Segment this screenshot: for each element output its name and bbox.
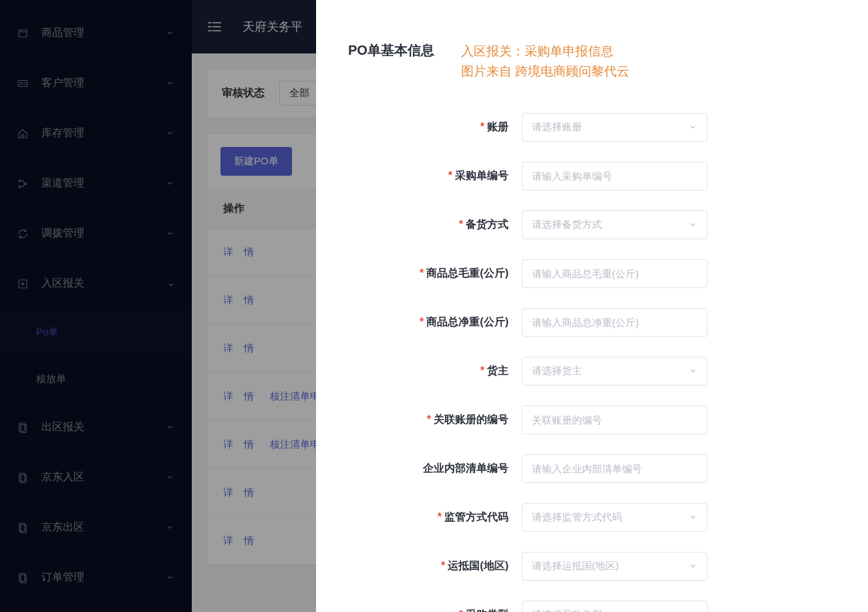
form-row-运抵国(地区): *运抵国(地区)请选择运抵国(地区)	[348, 552, 836, 581]
drawer-title: PO单基本信息	[348, 41, 434, 59]
chevron-down-icon	[688, 122, 698, 132]
chevron-down-icon	[165, 78, 176, 89]
chevron-down-icon	[688, 220, 698, 229]
detail-link[interactable]: 详 情	[223, 534, 258, 547]
nav-label: 京东入区	[41, 470, 165, 484]
nav-label: 渠道管理	[41, 176, 165, 190]
select-货主[interactable]: 请选择货主	[522, 357, 708, 386]
form-row-商品总毛重(公斤): *商品总毛重(公斤)	[348, 259, 836, 288]
form-row-备货方式: *备货方式请选择备货方式	[348, 210, 836, 239]
select-采购类型[interactable]: 请选择采购类型	[522, 601, 708, 612]
placeholder: 请选择备货方式	[532, 218, 602, 231]
detail-link[interactable]: 详 情	[223, 342, 258, 355]
nav-item-京东出区[interactable]: 京东出区	[0, 502, 192, 553]
required-mark: *	[441, 560, 445, 571]
input-商品总净重(公斤)[interactable]	[522, 308, 708, 337]
nav-sub-Po单[interactable]: Po单	[0, 309, 192, 355]
form-field: 请选择备货方式	[522, 210, 708, 239]
svg-point-15	[210, 22, 211, 23]
detail-link[interactable]: 详 情	[223, 294, 258, 307]
nav-label: 出区报关	[41, 420, 165, 434]
form-row-监管方式代码: *监管方式代码请选择监管方式代码	[348, 503, 836, 532]
menu-toggle-icon[interactable]	[206, 19, 223, 35]
detail-link[interactable]: 详 情	[223, 438, 258, 451]
placeholder: 请选择采购类型	[532, 609, 602, 612]
select-监管方式代码[interactable]: 请选择监管方式代码	[522, 503, 708, 532]
nav-item-库存管理[interactable]: 库存管理	[0, 108, 192, 158]
form-label: *采购类型	[348, 608, 522, 612]
extra-link[interactable]: 核注清单申	[270, 438, 320, 451]
required-mark: *	[438, 511, 442, 522]
filter-value: 全部	[289, 87, 309, 98]
form-row-关联账册的编号: *关联账册的编号	[348, 406, 836, 434]
extra-link[interactable]: 核注清单申	[270, 390, 320, 403]
chevron-down-icon	[165, 472, 176, 483]
form-label: *账册	[348, 120, 522, 134]
nav-label: 客户管理	[41, 76, 165, 90]
select-账册[interactable]: 请选择账册	[522, 113, 708, 142]
nav-item-调拨管理[interactable]: 调拨管理	[0, 208, 192, 259]
form-field	[522, 406, 708, 434]
topbar-title: 天府关务平	[243, 19, 303, 35]
chevron-down-icon	[165, 178, 176, 189]
nav-item-客户管理[interactable]: 客户管理	[0, 58, 192, 108]
form-field: 请选择账册	[522, 113, 708, 142]
required-mark: *	[448, 170, 452, 181]
required-mark: *	[459, 218, 463, 230]
nav-item-京东入区[interactable]: 京东入区	[0, 452, 192, 502]
required-mark: *	[420, 267, 424, 279]
form-label: *运抵国(地区)	[348, 559, 522, 573]
form-label: 企业内部清单编号	[348, 462, 522, 476]
chevron-down-icon	[165, 128, 176, 139]
chevron-up-icon	[165, 279, 176, 289]
detail-link[interactable]: 详 情	[223, 246, 258, 259]
form-label: *备货方式	[348, 218, 522, 232]
nav-item-渠道管理[interactable]: 渠道管理	[0, 158, 192, 208]
form: *账册请选择账册*采购单编号*备货方式请选择备货方式*商品总毛重(公斤)*商品总…	[348, 113, 836, 612]
detail-link[interactable]: 详 情	[223, 486, 258, 499]
svg-point-17	[212, 30, 214, 31]
nav-item-入区报关[interactable]: 入区报关	[0, 259, 192, 309]
new-po-button[interactable]: 新建PO单	[221, 147, 292, 176]
input-商品总毛重(公斤)[interactable]	[522, 259, 708, 288]
select-备货方式[interactable]: 请选择备货方式	[522, 210, 708, 239]
input-企业内部清单编号[interactable]	[522, 454, 708, 483]
nav-sub-核放单[interactable]: 核放单	[0, 355, 192, 402]
filter-label: 审核状态	[222, 86, 265, 100]
sidebar: 商品管理客户管理库存管理渠道管理调拨管理入区报关Po单核放单出区报关京东入区京东…	[0, 0, 192, 612]
drawer-subtitle: 入区报关：采购单申报信息 图片来自 跨境电商顾问黎代云	[461, 41, 629, 82]
drawer: PO单基本信息 入区报关：采购单申报信息 图片来自 跨境电商顾问黎代云 *账册请…	[316, 0, 868, 612]
form-field	[522, 162, 708, 190]
doc-icon	[16, 572, 29, 584]
detail-link[interactable]: 详 情	[223, 390, 258, 403]
form-row-采购类型: *采购类型请选择采购类型	[348, 601, 836, 612]
required-mark: *	[427, 414, 431, 425]
doc-icon	[16, 522, 29, 534]
nav-label: 订单管理	[41, 571, 165, 585]
import-icon	[16, 278, 29, 290]
chevron-down-icon	[165, 228, 176, 239]
form-label: *商品总净重(公斤)	[348, 315, 522, 329]
input-关联账册的编号[interactable]	[522, 406, 708, 434]
required-mark: *	[459, 609, 463, 612]
form-label: *货主	[348, 364, 522, 378]
select-运抵国(地区)[interactable]: 请选择运抵国(地区)	[522, 552, 708, 581]
cycle-icon	[16, 228, 29, 240]
id-icon	[16, 78, 29, 90]
doc-icon	[16, 472, 29, 484]
input-采购单编号[interactable]	[522, 162, 708, 190]
doc-icon	[16, 422, 29, 434]
nav-label: 库存管理	[41, 126, 165, 140]
chevron-down-icon	[165, 28, 176, 39]
home-icon	[16, 128, 29, 140]
nav-item-出区报关[interactable]: 出区报关	[0, 402, 192, 452]
placeholder: 请选择货主	[532, 365, 582, 377]
nav-item-商品管理[interactable]: 商品管理	[0, 8, 192, 58]
form-row-货主: *货主请选择货主	[348, 357, 836, 386]
form-label: *监管方式代码	[348, 510, 522, 524]
svg-rect-0	[19, 29, 27, 37]
nav-item-订单管理[interactable]: 订单管理	[0, 553, 192, 603]
box-icon	[16, 27, 29, 39]
placeholder: 请选择运抵国(地区)	[532, 560, 619, 573]
form-row-账册: *账册请选择账册	[348, 113, 836, 142]
